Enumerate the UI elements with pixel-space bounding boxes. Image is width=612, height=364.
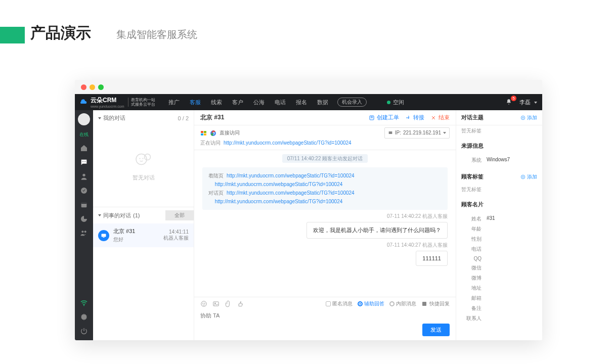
- all-button[interactable]: 全部: [165, 210, 194, 220]
- gear-icon[interactable]: [80, 313, 88, 321]
- system-banner: 07/11 14:40:22 顾客主动发起对话: [202, 155, 448, 162]
- traffic-close[interactable]: [81, 84, 86, 90]
- visiting-url[interactable]: http://mkt.yunduocrm.com/webpageStatic/T…: [224, 139, 352, 148]
- anon-option[interactable]: 匿名消息: [326, 300, 353, 307]
- conv-snippet: 您好: [113, 236, 159, 243]
- landing-url-2[interactable]: http://mkt.yunduocrm.com/webpageStatic/T…: [215, 181, 343, 187]
- nav-tab-phone[interactable]: 电话: [270, 94, 291, 110]
- thumbs-up-icon[interactable]: [237, 300, 244, 307]
- svg-point-3: [82, 174, 85, 176]
- create-ticket-button[interactable]: 创建工单: [369, 114, 399, 121]
- side-rail: 在线: [75, 110, 93, 340]
- send-button[interactable]: 发送: [422, 324, 450, 336]
- ip-label: IP:: [395, 128, 401, 138]
- emoji-icon[interactable]: [200, 300, 207, 307]
- user-menu[interactable]: 李磊: [519, 99, 537, 106]
- card-row: 微信: [461, 263, 537, 273]
- chat-input-wrap: [194, 310, 456, 324]
- landing-label: 着陆页: [208, 173, 224, 178]
- card-row: 地址: [461, 283, 537, 293]
- talk-url-2[interactable]: http://mkt.yunduocrm.com/webpageStatic/T…: [215, 199, 343, 204]
- svg-point-26: [201, 301, 207, 307]
- colleague-conv-header[interactable]: 同事的对话 (1) 全部: [93, 207, 194, 223]
- card-row: 邮箱: [461, 293, 537, 303]
- chat-title: 北京 #31: [200, 113, 224, 122]
- internal-option[interactable]: 内部消息: [389, 300, 416, 307]
- svg-point-1: [83, 161, 84, 162]
- power-icon[interactable]: [80, 327, 88, 335]
- nav-tab-service[interactable]: 客服: [185, 94, 206, 110]
- tag-add-button[interactable]: 添加: [520, 173, 537, 180]
- chevron-down-icon: [443, 132, 446, 134]
- people-icon[interactable]: [80, 229, 88, 237]
- assist-option[interactable]: 辅助回答: [358, 300, 384, 307]
- ip-value: 221.219.162.191: [403, 128, 441, 138]
- svg-rect-25: [388, 131, 392, 134]
- transfer-button[interactable]: 转接: [405, 114, 424, 121]
- avatar[interactable]: [78, 113, 90, 125]
- nav-tab-pool[interactable]: 公海: [248, 94, 270, 110]
- svg-point-8: [84, 231, 86, 233]
- svg-point-9: [83, 305, 84, 306]
- end-button[interactable]: 结束: [430, 114, 450, 121]
- traffic-max[interactable]: [98, 84, 104, 90]
- record-opportunity-button[interactable]: 机会录入: [337, 98, 367, 107]
- svg-rect-6: [81, 202, 87, 204]
- chat-header: 北京 #31 创建工单 转接 结束: [194, 110, 456, 125]
- card-row: 电话: [461, 244, 537, 254]
- card-row: 年龄: [461, 224, 537, 234]
- image-icon[interactable]: [212, 300, 220, 307]
- nav-tab-data[interactable]: 数据: [312, 94, 333, 110]
- wifi-icon[interactable]: [80, 299, 88, 307]
- empty-text: 暂无对话: [133, 174, 155, 181]
- my-conv-header[interactable]: 我的对话 0 / 2: [93, 110, 194, 126]
- svg-point-7: [81, 231, 83, 233]
- brand-url: www.yunduocrm.com: [91, 105, 124, 108]
- calendar-icon[interactable]: [80, 201, 88, 209]
- card-row: 联系人: [461, 313, 537, 324]
- nav-tab-customers[interactable]: 客户: [227, 94, 248, 110]
- chevron-down-icon: [98, 214, 101, 216]
- landing-url-1[interactable]: http://mkt.yunduocrm.com/webpageStatic/T…: [227, 173, 355, 178]
- card-body: 姓名#31 年龄 性别 电话 QQ 微信 微博 地址 邮箱 备注 联系人: [456, 212, 542, 328]
- bot-message-1: 欢迎，我是机器人小助手，请问遇到了什么问题吗？: [202, 222, 448, 239]
- chrome-icon: [210, 130, 216, 136]
- topic-body: 暂无标签: [456, 125, 542, 139]
- traffic-min[interactable]: [90, 84, 95, 90]
- talk-url-1[interactable]: http://mkt.yunduocrm.com/webpageStatic/T…: [227, 190, 355, 196]
- nav-tab-signup[interactable]: 报名: [291, 94, 312, 110]
- chevron-down-icon: [98, 117, 101, 119]
- svg-rect-18: [201, 131, 203, 133]
- bell-icon[interactable]: 5: [505, 99, 512, 106]
- check-circle-icon[interactable]: [80, 187, 88, 195]
- ip-dropdown[interactable]: IP: 221.219.162.191: [384, 127, 450, 139]
- svg-rect-16: [103, 237, 105, 238]
- nav-tab-leads[interactable]: 线索: [206, 94, 227, 110]
- home-icon[interactable]: [80, 144, 88, 152]
- attachment-icon[interactable]: [225, 300, 232, 307]
- topic-add-button[interactable]: 添加: [520, 114, 537, 121]
- brand-logo[interactable]: 云朵CRM www.yunduocrm.com 教育机构一站 式服务云平台: [75, 94, 159, 110]
- svg-point-28: [204, 303, 205, 303]
- tagline-2: 式服务云平台: [131, 102, 155, 107]
- chat-icon[interactable]: [80, 158, 88, 166]
- person-icon[interactable]: [80, 172, 88, 180]
- pie-icon[interactable]: [80, 215, 88, 223]
- svg-point-13: [142, 158, 143, 159]
- chat-body[interactable]: 07/11 14:40:22 顾客主动发起对话 着陆页http://mkt.yu…: [194, 150, 456, 297]
- conversation-item[interactable]: 北京 #31 您好 14:41:11 机器人客服: [93, 223, 194, 247]
- card-row: 姓名#31: [461, 214, 537, 224]
- my-conv-count: 0 / 2: [178, 115, 189, 121]
- top-nav: 云朵CRM www.yunduocrm.com 教育机构一站 式服务云平台 推广…: [75, 94, 542, 110]
- message-input[interactable]: [200, 310, 450, 321]
- empty-chat-icon: [135, 152, 153, 170]
- nav-tab-promo[interactable]: 推广: [163, 94, 185, 110]
- user-name: 李磊: [519, 99, 531, 105]
- topic-label: 对话主题: [461, 114, 484, 121]
- quick-reply-button[interactable]: 快捷回复: [421, 300, 450, 307]
- nav-status[interactable]: 空闲: [387, 99, 404, 106]
- card-row: 性别: [461, 234, 537, 244]
- svg-rect-20: [201, 133, 203, 135]
- svg-point-12: [139, 158, 140, 159]
- status-text: 空闲: [393, 99, 404, 106]
